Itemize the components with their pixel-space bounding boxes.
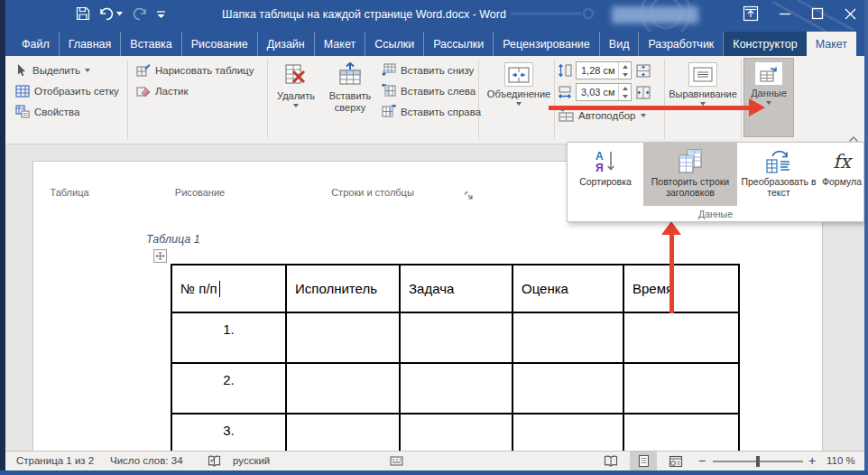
- dropdown-caret-icon: [516, 102, 522, 106]
- col-width-spinner[interactable]: [618, 84, 631, 100]
- header-cell-grade[interactable]: Оценка: [512, 265, 623, 312]
- data-dropdown-panel: А Я Сортировка: [567, 142, 864, 222]
- language-indicator[interactable]: русский: [233, 455, 270, 466]
- header-cell-time[interactable]: Время: [623, 265, 739, 312]
- empty-cell[interactable]: [623, 312, 739, 363]
- data-button[interactable]: Данные: [743, 58, 794, 137]
- table-row[interactable]: 2.: [171, 363, 739, 414]
- zoom-slider-handle[interactable]: [756, 456, 760, 467]
- zoom-out-button[interactable]: −: [698, 453, 706, 468]
- web-layout-button[interactable]: [662, 452, 689, 470]
- tab-design[interactable]: Дизайн: [257, 32, 314, 56]
- insert-above-button[interactable]: Вставить сверху: [323, 60, 377, 137]
- customize-quick-access-button[interactable]: [156, 9, 166, 19]
- read-mode-button[interactable]: [597, 452, 624, 470]
- alignment-button[interactable]: Выравнивание: [668, 60, 738, 137]
- insert-left-button[interactable]: Вставить слева: [379, 80, 484, 101]
- tab-table-layout-active[interactable]: Макет: [807, 32, 856, 56]
- convert-to-text-menu-item[interactable]: Преобразовать в текст: [737, 143, 820, 206]
- tab-draw[interactable]: Рисование: [181, 32, 257, 56]
- eraser-button[interactable]: Ластик: [134, 80, 256, 101]
- insert-above-icon: [337, 62, 363, 86]
- tab-insert[interactable]: Вставка: [120, 32, 180, 56]
- row-number-cell[interactable]: 1.: [171, 312, 286, 363]
- empty-cell[interactable]: [400, 312, 512, 363]
- close-button[interactable]: [844, 7, 857, 24]
- row-number-cell[interactable]: 2.: [171, 363, 286, 414]
- col-width-field[interactable]: 3,03 см: [576, 83, 632, 101]
- tab-table-design[interactable]: Конструктор: [723, 32, 806, 56]
- zoom-in-button[interactable]: +: [808, 453, 816, 468]
- distribute-rows-icon[interactable]: [635, 63, 651, 79]
- tab-mailings[interactable]: Рассылки: [423, 32, 493, 56]
- zoom-slider[interactable]: [713, 461, 803, 462]
- proofing-status-button[interactable]: [208, 454, 221, 470]
- row-height-icon: [558, 63, 572, 78]
- macro-recording-button[interactable]: [390, 455, 403, 469]
- tab-developer[interactable]: Разработчик: [638, 32, 723, 56]
- table-row[interactable]: 1.: [171, 312, 739, 363]
- spin-down-icon[interactable]: [623, 95, 628, 98]
- view-gridlines-button[interactable]: Отобразить сетку: [13, 80, 122, 101]
- insert-below-button[interactable]: Вставить снизу: [379, 60, 484, 80]
- text-cursor: [219, 281, 221, 297]
- row-height-spinner[interactable]: [618, 62, 631, 79]
- empty-cell[interactable]: [286, 363, 400, 414]
- distribute-columns-icon[interactable]: [635, 85, 651, 100]
- table-properties-button[interactable]: Свойства: [13, 101, 122, 122]
- save-button[interactable]: [76, 6, 90, 21]
- maximize-button[interactable]: [811, 7, 824, 23]
- redo-button[interactable]: [132, 7, 147, 21]
- sort-menu-item[interactable]: А Я Сортировка: [568, 143, 643, 206]
- empty-cell[interactable]: [286, 414, 400, 451]
- empty-cell[interactable]: [623, 363, 739, 414]
- minimize-button[interactable]: [779, 7, 791, 23]
- empty-cell[interactable]: [623, 414, 739, 451]
- window-left-edge: [0, 0, 5, 475]
- table-move-handle[interactable]: [153, 249, 167, 263]
- merge-button[interactable]: Объединение: [485, 60, 552, 137]
- tab-references[interactable]: Ссылки: [365, 32, 423, 56]
- tab-home[interactable]: Главная: [59, 32, 121, 56]
- tab-layout[interactable]: Макет: [314, 32, 365, 56]
- header-cell-executor[interactable]: Исполнитель: [286, 265, 400, 312]
- dialog-launcher-icon: [465, 191, 474, 200]
- draw-table-button[interactable]: Нарисовать таблицу: [134, 60, 256, 80]
- page-indicator[interactable]: Страница 1 из 2: [16, 455, 94, 466]
- tab-review[interactable]: Рецензирование: [493, 32, 599, 56]
- empty-cell[interactable]: [286, 312, 400, 363]
- table-header-row[interactable]: № п/п Исполнитель Задача Оценка Время: [171, 265, 739, 312]
- delete-button[interactable]: Удалить: [272, 60, 319, 137]
- read-mode-icon: [604, 455, 618, 467]
- rows-cols-dialog-launcher[interactable]: [465, 188, 474, 204]
- repeat-header-rows-menu-item[interactable]: Повторить строки заголовков: [643, 143, 737, 206]
- empty-cell[interactable]: [512, 312, 623, 363]
- tab-view[interactable]: Вид: [599, 32, 639, 56]
- dropdown-caret-icon: [85, 69, 90, 72]
- print-layout-button[interactable]: [630, 452, 657, 470]
- empty-cell[interactable]: [512, 414, 623, 451]
- insert-right-button[interactable]: Вставить справа: [379, 101, 484, 122]
- empty-cell[interactable]: [512, 363, 623, 414]
- row-height-field[interactable]: 1,28 см: [576, 61, 632, 79]
- spin-up-icon[interactable]: [623, 65, 628, 69]
- empty-cell[interactable]: [400, 414, 512, 451]
- tab-file[interactable]: Файл: [13, 32, 59, 56]
- insert-small-buttons: Вставить снизу Вставить слева Вс: [379, 60, 484, 122]
- ribbon-display-options-button[interactable]: [743, 5, 759, 25]
- formula-menu-item[interactable]: fx Формула: [820, 143, 863, 206]
- document-table[interactable]: № п/п Исполнитель Задача Оценка Время 1.…: [171, 264, 740, 451]
- zoom-level[interactable]: 110 %: [826, 455, 855, 466]
- spin-up-icon[interactable]: [623, 87, 628, 90]
- select-button[interactable]: Выделить: [13, 60, 122, 80]
- undo-button[interactable]: [99, 7, 123, 21]
- table-caption[interactable]: Таблица 1: [146, 233, 200, 246]
- spin-down-icon[interactable]: [623, 73, 628, 77]
- table-row[interactable]: 3.: [171, 414, 739, 451]
- header-cell-number[interactable]: № п/п: [171, 265, 286, 312]
- row-number-cell[interactable]: 3.: [171, 414, 286, 451]
- header-cell-task[interactable]: Задача: [400, 265, 512, 312]
- data-icon: [759, 65, 779, 83]
- word-count[interactable]: Число слов: 34: [110, 455, 183, 466]
- empty-cell[interactable]: [400, 363, 512, 414]
